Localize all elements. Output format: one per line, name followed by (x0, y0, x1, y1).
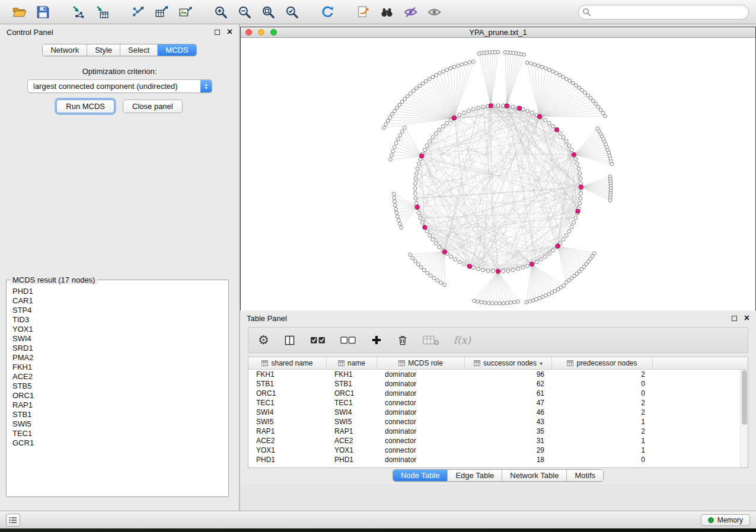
network-node[interactable] (393, 200, 397, 203)
network-node[interactable] (428, 140, 432, 143)
network-node[interactable] (577, 167, 580, 171)
network-node[interactable] (599, 108, 602, 112)
network-node[interactable] (502, 270, 505, 273)
memory-button[interactable]: Memory (701, 514, 750, 526)
network-node[interactable] (537, 64, 540, 68)
float-panel-icon[interactable] (215, 30, 220, 35)
network-canvas[interactable] (241, 38, 755, 332)
network-hub-node[interactable] (415, 205, 419, 209)
network-node[interactable] (400, 100, 404, 104)
table-row-TEC1[interactable]: TEC1TEC1connector472 (248, 398, 748, 408)
network-node[interactable] (558, 73, 562, 77)
network-node[interactable] (397, 219, 401, 222)
network-node[interactable] (539, 258, 543, 261)
add-row-button[interactable] (371, 334, 382, 346)
network-node[interactable] (544, 255, 547, 258)
mcds-node-item[interactable]: TID3 (12, 315, 228, 325)
network-node[interactable] (604, 114, 607, 118)
network-node[interactable] (414, 197, 417, 200)
network-node[interactable] (472, 60, 476, 63)
network-node[interactable] (477, 106, 480, 110)
network-node[interactable] (495, 302, 498, 305)
network-node[interactable] (458, 113, 461, 117)
network-node[interactable] (460, 63, 464, 66)
network-node[interactable] (567, 144, 571, 148)
network-node[interactable] (509, 301, 513, 305)
network-node[interactable] (435, 73, 438, 77)
network-node[interactable] (393, 204, 397, 207)
network-hub-node[interactable] (556, 244, 560, 248)
network-node[interactable] (567, 229, 571, 233)
network-node[interactable] (483, 301, 487, 305)
network-node[interactable] (390, 153, 394, 157)
network-node[interactable] (417, 162, 420, 165)
network-node[interactable] (425, 229, 429, 233)
network-node[interactable] (443, 283, 446, 287)
network-node[interactable] (572, 221, 576, 225)
network-node[interactable] (432, 276, 436, 280)
network-node[interactable] (396, 215, 400, 219)
network-node[interactable] (445, 121, 449, 125)
network-hub-node[interactable] (579, 185, 583, 189)
network-node[interactable] (608, 198, 612, 202)
network-hub-node[interactable] (505, 104, 509, 108)
network-node[interactable] (551, 124, 555, 128)
network-node[interactable] (389, 158, 393, 161)
network-node[interactable] (454, 258, 457, 261)
network-node[interactable] (431, 75, 435, 79)
network-node[interactable] (406, 94, 410, 98)
network-node[interactable] (568, 79, 572, 83)
network-node[interactable] (526, 109, 529, 113)
show-all-button[interactable] (422, 2, 446, 22)
network-node[interactable] (395, 211, 398, 214)
network-node[interactable] (579, 192, 583, 196)
save-session-button[interactable] (31, 2, 55, 22)
network-node[interactable] (570, 225, 573, 229)
network-node[interactable] (589, 97, 592, 100)
table-tab-motifs[interactable]: Motifs (567, 470, 603, 481)
network-node[interactable] (529, 62, 533, 65)
tab-style[interactable]: Style (87, 44, 120, 56)
mcds-node-item[interactable]: PHD1 (12, 287, 228, 296)
network-node[interactable] (467, 109, 470, 113)
export-image-button[interactable] (173, 2, 197, 22)
clear-table-button[interactable] (423, 334, 439, 346)
table-settings-button[interactable]: ⚙ (258, 333, 269, 347)
network-node[interactable] (393, 110, 397, 113)
tab-select[interactable]: Select (120, 44, 158, 56)
network-hub-node[interactable] (467, 264, 471, 268)
network-node[interactable] (544, 118, 547, 122)
network-node[interactable] (422, 268, 426, 272)
network-node[interactable] (578, 201, 582, 205)
network-node[interactable] (481, 268, 485, 272)
network-node[interactable] (416, 167, 419, 171)
table-row-SWI5[interactable]: SWI5SWI5connector431 (248, 417, 748, 427)
network-hub-node[interactable] (554, 127, 559, 132)
network-node[interactable] (559, 132, 562, 135)
network-node[interactable] (526, 264, 529, 268)
tab-network[interactable]: Network (43, 44, 87, 56)
network-node[interactable] (492, 270, 495, 273)
network-node[interactable] (428, 234, 432, 238)
network-node[interactable] (586, 94, 589, 97)
network-node[interactable] (431, 238, 435, 241)
network-node[interactable] (425, 79, 428, 83)
network-hub-node[interactable] (452, 116, 456, 120)
network-node[interactable] (438, 72, 442, 75)
network-node[interactable] (610, 162, 614, 166)
network-hub-node[interactable] (419, 154, 423, 158)
network-node[interactable] (403, 97, 407, 101)
zoom-selected-button[interactable] (280, 2, 304, 22)
network-node[interactable] (429, 274, 432, 277)
function-builder-button[interactable]: f(x) (454, 334, 471, 346)
network-node[interactable] (441, 124, 445, 128)
mcds-node-item[interactable]: SRD1 (12, 344, 228, 353)
network-node[interactable] (382, 126, 386, 130)
network-node[interactable] (601, 111, 605, 115)
network-hub-node[interactable] (529, 262, 534, 266)
mcds-node-item[interactable]: PMA2 (12, 353, 228, 363)
network-node[interactable] (554, 71, 558, 75)
network-node[interactable] (445, 68, 449, 72)
network-node[interactable] (462, 262, 466, 266)
network-node[interactable] (438, 128, 441, 132)
